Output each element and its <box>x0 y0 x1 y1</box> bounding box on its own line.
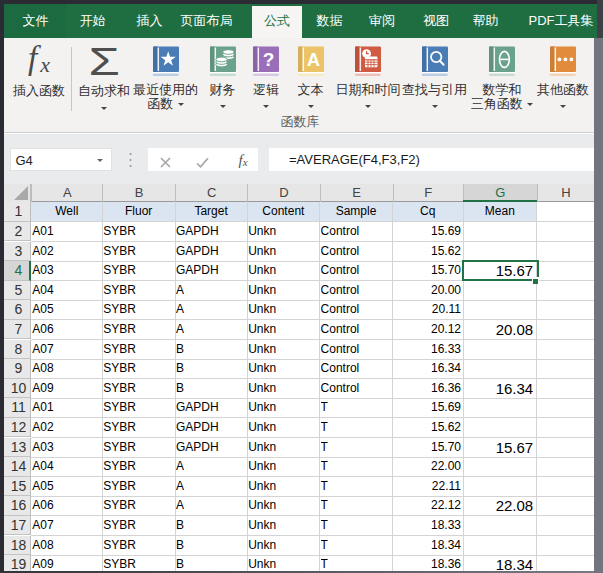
svg-text:A: A <box>307 50 320 70</box>
